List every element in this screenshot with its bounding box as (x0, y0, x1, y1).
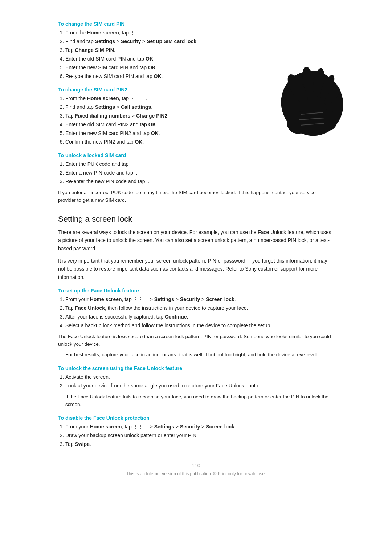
list-item: Tap Swipe. (65, 440, 334, 448)
section-setting-screen-lock: Setting a screen lock There are several … (58, 214, 334, 281)
steps-setup-face-unlock: From your Home screen, tap ⋮⋮⋮ > Setting… (65, 296, 334, 329)
list-item: Enter the old SIM card PIN and tap OK. (65, 55, 334, 63)
list-item: Look at your device from the same angle … (65, 382, 334, 390)
setup-face-unlock-note2: For best results, capture your face in a… (65, 351, 334, 359)
list-item: From your Home screen, tap ⋮⋮⋮ > Setting… (65, 296, 334, 303)
list-item: Enter the PUK code and tap . (65, 160, 334, 168)
section-unlock-screen-face: To unlock the screen using the Face Unlo… (58, 365, 334, 409)
list-item: Tap Change SIM PIN. (65, 46, 334, 54)
list-item: Find and tap Settings > Security > Set u… (65, 38, 334, 45)
steps-disable-face-unlock: From your Home screen, tap ⋮⋮⋮ > Setting… (65, 423, 334, 448)
steps-unlock-screen-face: Activate the screen. Look at your device… (65, 373, 334, 390)
heading-unlock-sim: To unlock a locked SIM card (58, 152, 334, 158)
list-item: Draw your backup screen unlock pattern o… (65, 432, 334, 439)
hand-illustration (276, 67, 348, 140)
heading-setup-face-unlock: To set up the Face Unlock feature (58, 288, 334, 294)
list-item: From the Home screen, tap ⋮⋮⋮ . (65, 29, 334, 37)
screen-lock-intro2: It is very important that you remember y… (58, 257, 334, 281)
section-unlock-sim: To unlock a locked SIM card Enter the PU… (58, 152, 334, 204)
screen-lock-intro1: There are several ways to lock the scree… (58, 228, 334, 253)
footer-text: This is an Internet version of this publ… (58, 471, 334, 476)
heading-unlock-screen-face: To unlock the screen using the Face Unlo… (58, 365, 334, 371)
heading-change-sim-pin: To change the SIM card PIN (58, 21, 334, 27)
setup-face-unlock-note1: The Face Unlock feature is less secure t… (58, 333, 334, 348)
list-item: Re-enter the new PIN code and tap . (65, 178, 334, 185)
list-item: Tap Face Unlock, then follow the instruc… (65, 304, 334, 312)
unlock-screen-face-note: If the Face Unlock feature fails to reco… (65, 393, 334, 409)
steps-unlock-sim: Enter the PUK code and tap . Enter a new… (65, 160, 334, 185)
list-item: From your Home screen, tap ⋮⋮⋮ > Setting… (65, 423, 334, 431)
unlock-sim-note: If you enter an incorrect PUK code too m… (58, 189, 334, 204)
page-number: 110 (58, 463, 334, 468)
section-setup-face-unlock: To set up the Face Unlock feature From y… (58, 288, 334, 359)
list-item: Activate the screen. (65, 373, 334, 381)
list-item: Select a backup lock method and follow t… (65, 322, 334, 329)
screen-lock-title: Setting a screen lock (58, 214, 334, 224)
heading-disable-face-unlock: To disable the Face Unlock protection (58, 415, 334, 421)
list-item: Enter a new PIN code and tap . (65, 169, 334, 177)
section-disable-face-unlock: To disable the Face Unlock protection Fr… (58, 415, 334, 448)
list-item: After your face is successfully captured… (65, 313, 334, 321)
